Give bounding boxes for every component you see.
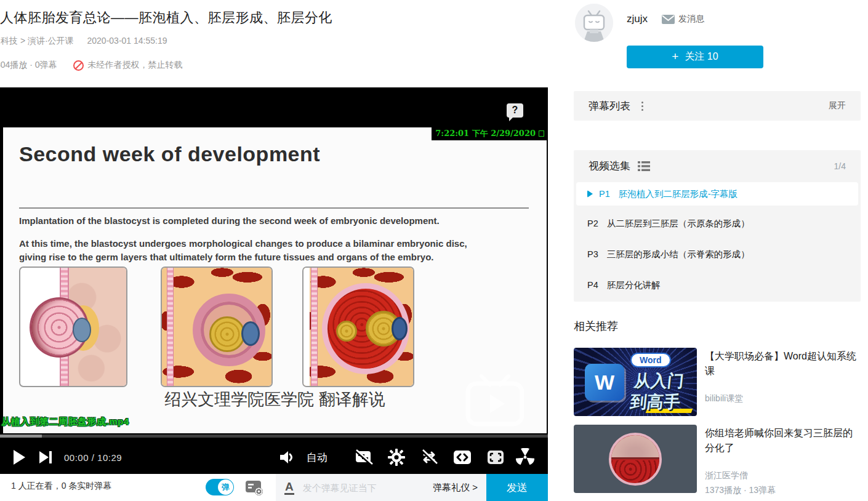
figure-implanted-blastocyst xyxy=(161,267,273,387)
danmaku-settings-gear-icon[interactable] xyxy=(388,449,405,466)
copyright-note: 未经作者授权，禁止转载 xyxy=(73,60,183,71)
breadcrumb: 科技 > 演讲·公开课 2020-03-01 14:55:19 xyxy=(1,36,167,47)
danmaku-list-title: 弹幕列表 xyxy=(589,99,630,113)
related-card-embryo[interactable]: 你组培老师喊你回来复习三胚层的分化了 浙江医学僧 1373播放 · 13弹幕 xyxy=(574,425,861,494)
uploader-name[interactable]: zjujx xyxy=(627,13,648,25)
seek-bar[interactable] xyxy=(0,435,548,438)
danmaku-switch-knob: 弹 xyxy=(218,479,233,495)
related-video-title[interactable]: 你组培老师喊你回来复习三胚层的分化了 xyxy=(705,426,859,455)
time-display: 00:00 / 10:29 xyxy=(64,452,122,462)
danmaku-hide-icon[interactable] xyxy=(355,449,373,465)
video-player[interactable]: ? 7:22:01 下午 2/29/2020 Second week of de… xyxy=(0,87,548,474)
danmaku-switch[interactable]: 弹 xyxy=(206,479,234,495)
danmaku-list-header[interactable]: 弹幕列表 展开 xyxy=(574,91,861,121)
list-icon xyxy=(638,161,650,171)
publish-date: 2020-03-01 14:55:19 xyxy=(87,36,167,46)
next-button[interactable] xyxy=(38,450,53,465)
volume-icon[interactable] xyxy=(278,450,295,465)
plays-danmaku-count: 304播放 · 0弹幕 xyxy=(0,60,57,71)
player-controls: 00:00 / 10:29 自动 xyxy=(0,440,548,474)
follow-button[interactable]: + 关注 10 xyxy=(627,46,763,68)
related-thumbnail-word[interactable]: W Word 从入门 到高手 xyxy=(574,348,697,416)
danmaku-settings-icon[interactable] xyxy=(245,479,263,496)
episode-page-indicator: 1/4 xyxy=(834,161,846,171)
send-button[interactable]: 发送 xyxy=(486,474,548,501)
related-video-title[interactable]: 【大学职场必备】Word超认知系统课 xyxy=(705,349,859,379)
page: 人体胚胎发育总论——胚泡植入、胚层形成、胚层分化 科技 > 演讲·公开课 202… xyxy=(0,0,868,501)
quality-selector[interactable]: 自动 xyxy=(307,450,328,464)
calendar-icon xyxy=(539,130,544,137)
episode-item-p1[interactable]: P1 胚泡植入到二胚层形成-字幕版 xyxy=(576,182,858,206)
related-video-author[interactable]: 浙江医学僧 xyxy=(705,470,748,481)
web-fullscreen-icon[interactable] xyxy=(486,449,505,465)
widescreen-icon[interactable] xyxy=(453,449,472,465)
expand-link[interactable]: 展开 xyxy=(829,100,846,111)
danmaku-input[interactable] xyxy=(303,483,433,493)
episode-item-p3[interactable]: P3 三胚层的形成小结（示脊索的形成） xyxy=(576,242,858,266)
related-thumbnail-embryo[interactable] xyxy=(574,425,697,493)
danmaku-input-area: A 弹幕礼仪 > xyxy=(276,474,486,501)
episode-list-title: 视频选集 xyxy=(589,159,630,173)
sidebar: zjujx 发消息 + 关注 10 弹幕列表 展开 视频选集 xyxy=(574,0,861,501)
fullscreen-icon[interactable] xyxy=(516,448,534,467)
episode-item-p4[interactable]: P4 胚层分化讲解 xyxy=(576,273,858,297)
figure-bilaminar-disc xyxy=(302,267,414,387)
danmaku-etiquette-link[interactable]: 弹幕礼仪 > xyxy=(433,482,478,494)
more-options-icon[interactable] xyxy=(641,102,643,111)
video-title: 人体胚胎发育总论——胚泡植入、胚层形成、胚层分化 xyxy=(0,9,542,27)
word-badge: Word xyxy=(630,353,671,367)
related-title: 相关推荐 xyxy=(574,319,618,334)
no-reprint-icon xyxy=(73,60,84,71)
slide-paragraph-1: Implantation of the blastocyst is comple… xyxy=(19,215,499,226)
episode-item-p2[interactable]: P2 从二胚层到三胚层（示原条的形成） xyxy=(576,212,858,235)
slide-paragraph-2: At this time, the blastocyst undergoes m… xyxy=(19,237,487,264)
font-style-icon[interactable]: A xyxy=(284,481,294,495)
filename-watermark: 从植入到第二周胚盘形成.mp4 xyxy=(1,416,129,428)
word-logo: W xyxy=(585,364,624,401)
related-video-stats: 1373播放 · 13弹幕 xyxy=(705,485,776,496)
video-stats: 304播放 · 0弹幕 未经作者授权，禁止转载 xyxy=(0,60,183,71)
related-video-author[interactable]: bilibili课堂 xyxy=(705,393,743,404)
related-card-word[interactable]: W Word 从入门 到高手 【大学职场必备】Word超认知系统课 bilibi… xyxy=(574,348,861,417)
play-button[interactable] xyxy=(12,449,26,465)
envelope-icon xyxy=(662,15,675,24)
timestamp-overlay: 7:22:01 下午 2/29/2020 xyxy=(432,127,547,140)
help-icon[interactable]: ? xyxy=(507,103,523,118)
plus-icon: + xyxy=(672,50,678,63)
seek-bar-played xyxy=(0,435,42,438)
loop-off-icon[interactable] xyxy=(420,449,438,465)
danmaku-send-bar: 1 人正在看，0 条实时弹幕 弹 A 弹幕礼仪 > 发送 xyxy=(0,474,548,501)
episode-list: 视频选集 1/4 P1 胚泡植入到二胚层形成-字幕版 P2 从二胚层到三胚层（示… xyxy=(574,150,861,302)
figure-blastocyst-attachment xyxy=(19,267,127,387)
breadcrumb-path[interactable]: 科技 > 演讲·公开课 xyxy=(1,36,74,46)
send-message-link[interactable]: 发消息 xyxy=(662,14,704,25)
slide-title: Second week of development xyxy=(19,142,320,166)
slide-divider xyxy=(19,207,529,209)
playing-icon xyxy=(587,190,593,198)
bilibili-tv-play-icon xyxy=(463,374,527,430)
watching-count: 1 人正在看，0 条实时弹幕 xyxy=(11,481,111,492)
uploader-avatar[interactable] xyxy=(575,4,613,42)
